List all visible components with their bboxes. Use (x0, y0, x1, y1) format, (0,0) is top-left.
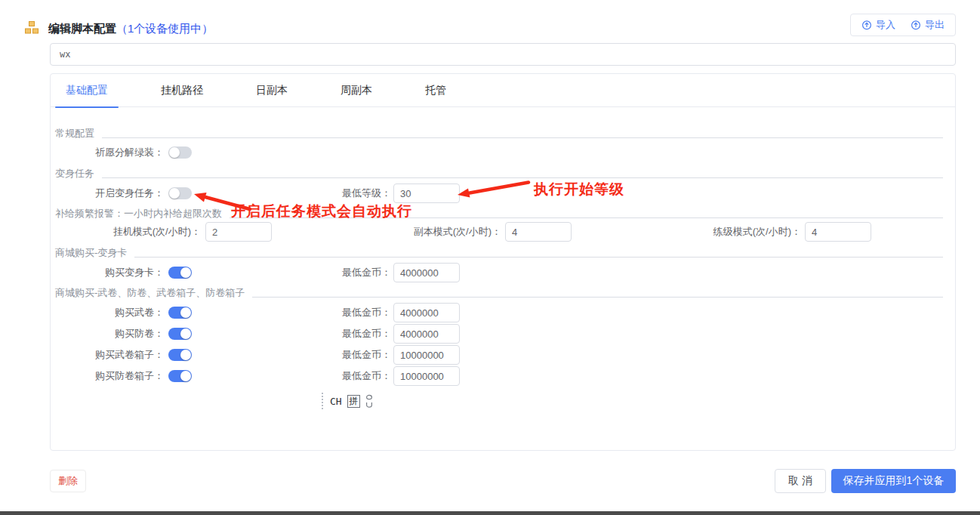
buy-def-box-toggle[interactable] (168, 370, 192, 382)
field-label: 购买武卷箱子： (51, 344, 164, 365)
ime-language-indicator[interactable]: CH (330, 396, 342, 407)
ime-drag-handle-icon[interactable] (322, 393, 325, 409)
buy-def-box-gold-input[interactable] (393, 366, 460, 386)
section-mall-card: 商城购买-变身卡 (55, 246, 943, 260)
ime-toolbar[interactable]: CH 拼 (322, 391, 373, 411)
form-row: 祈愿分解绿装： (51, 142, 943, 163)
section-title: 常规配置 (55, 127, 94, 140)
form-row: 购买武卷： 最低金币： (51, 302, 943, 323)
buy-atk-box-gold-input[interactable] (393, 345, 460, 365)
buy-def-scroll-gold-input[interactable] (393, 324, 460, 344)
buy-card-toggle[interactable] (168, 267, 192, 279)
min-level-input[interactable] (393, 183, 460, 203)
field-label: 购买防卷： (51, 323, 164, 344)
section-transform: 变身任务 (55, 167, 943, 180)
export-button[interactable]: 导出 (903, 18, 952, 32)
upload-icon (861, 20, 872, 30)
page-header: 编辑脚本配置 （1个设备使用中） (48, 21, 213, 36)
ime-pinyin-mode-button[interactable]: 拼 (347, 395, 360, 408)
level-mode-input[interactable] (805, 222, 871, 242)
section-title: 变身任务 (55, 167, 94, 180)
buy-atk-scroll-toggle[interactable] (168, 307, 192, 319)
field-label: 练级模式(次/小时)： (652, 221, 801, 242)
buy-def-scroll-toggle[interactable] (168, 328, 192, 340)
upload-icon (911, 20, 921, 30)
buy-atk-box-toggle[interactable] (168, 349, 192, 361)
ime-tool-icon[interactable] (365, 394, 373, 408)
field-label: 祈愿分解绿装： (51, 142, 164, 163)
script-name-input[interactable] (50, 43, 956, 66)
import-button[interactable]: 导入 (854, 18, 903, 32)
import-export-group: 导入 导出 (850, 14, 956, 36)
export-label: 导出 (925, 18, 945, 32)
field-label: 最低金币： (242, 302, 391, 323)
form-row: 挂机模式(次/小时)： 副本模式(次/小时)： 练级模式(次/小时)： (51, 221, 943, 242)
edit-script-config-page: 编辑脚本配置 （1个设备使用中） 导入 导出 基础配置 挂机路径 日副本 周副本 (0, 0, 980, 515)
wish-decompose-toggle[interactable] (168, 146, 192, 159)
annotation-start-level: 执行开始等级 (534, 180, 624, 199)
device-usage-note: （1个设备使用中） (116, 22, 213, 36)
field-label: 最低金币： (242, 365, 391, 387)
section-divider (102, 137, 943, 138)
tab-basic-config[interactable]: 基础配置 (66, 74, 108, 107)
tab-idle-path[interactable]: 挂机路径 (161, 74, 203, 107)
section-general: 常规配置 (55, 127, 943, 140)
tab-bar: 基础配置 挂机路径 日副本 周副本 托管 (51, 74, 955, 107)
dungeon-mode-input[interactable] (505, 222, 572, 242)
field-label: 最低金币： (242, 262, 391, 283)
section-mall-scrolls: 商城购买-武卷、防卷、武卷箱子、防卷箱子 (55, 286, 943, 300)
idle-mode-input[interactable] (205, 222, 272, 242)
field-label: 购买防卷箱子： (51, 365, 164, 387)
bottom-edge-bar (0, 511, 980, 515)
buy-card-gold-input[interactable] (393, 263, 460, 282)
field-label: 最低金币： (242, 344, 391, 365)
field-label: 最低等级： (242, 183, 391, 204)
form-row: 购买武卷箱子： 最低金币： (51, 344, 943, 365)
field-label: 最低金币： (242, 323, 391, 344)
save-apply-button[interactable]: 保存并应用到1个设备 (831, 469, 956, 493)
annotation-auto-execute: 开启后任务模式会自动执行 (231, 202, 412, 221)
tab-hosting[interactable]: 托管 (425, 74, 446, 107)
form-row: 购买防卷箱子： 最低金币： (51, 365, 943, 387)
form-row: 购买防卷： 最低金币： (51, 323, 943, 344)
section-divider (102, 177, 943, 178)
page-title: 编辑脚本配置 (48, 22, 116, 36)
tab-daily-dungeon[interactable]: 日副本 (256, 74, 288, 107)
config-card: 基础配置 挂机路径 日副本 周副本 托管 常规配置 祈愿分解绿装： 变身任务 开… (50, 73, 956, 451)
field-label: 购买变身卡： (51, 262, 164, 283)
import-label: 导入 (876, 18, 895, 32)
buy-atk-scroll-gold-input[interactable] (393, 303, 460, 322)
section-divider (134, 257, 943, 258)
form-row: 购买变身卡： 最低金币： (51, 262, 943, 283)
form-row: 开启变身任务： 最低等级： (51, 183, 943, 204)
section-divider (252, 297, 943, 298)
section-title: 商城购买-武卷、防卷、武卷箱子、防卷箱子 (55, 286, 245, 300)
tab-weekly-dungeon[interactable]: 周副本 (341, 74, 372, 107)
field-label: 挂机模式(次/小时)： (51, 221, 201, 242)
field-label: 购买武卷： (51, 302, 164, 323)
section-supply-alarm: 补给频繁报警：一小时内补给超限次数 (55, 207, 943, 220)
section-title: 补给频繁报警：一小时内补给超限次数 (55, 207, 222, 220)
cancel-button[interactable]: 取 消 (775, 469, 826, 493)
delete-button[interactable]: 删除 (50, 470, 86, 492)
field-label: 副本模式(次/小时)： (353, 221, 501, 242)
sitemap-icon (25, 21, 39, 34)
field-label: 开启变身任务： (51, 183, 164, 204)
section-title: 商城购买-变身卡 (55, 246, 127, 260)
transform-task-toggle[interactable] (168, 187, 192, 199)
